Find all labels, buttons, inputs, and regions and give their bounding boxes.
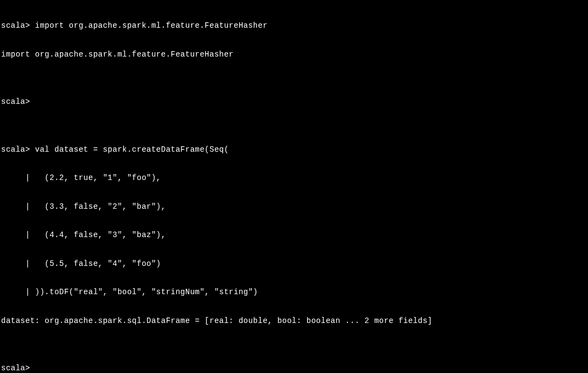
terminal-line: scala> val dataset = spark.createDataFra… <box>1 145 587 155</box>
terminal-line: scala> import org.apache.spark.ml.featur… <box>1 21 587 31</box>
terminal-line: import org.apache.spark.ml.feature.Featu… <box>1 50 587 60</box>
terminal-prompt-line: scala> <box>1 364 587 373</box>
terminal-line: | (4.4, false, "3", "baz"), <box>1 231 587 240</box>
terminal-line: | )).toDF("real", "bool", "stringNum", "… <box>1 288 587 297</box>
terminal-line: dataset: org.apache.spark.sql.DataFrame … <box>1 316 587 326</box>
terminal-line: | (2.2, true, "1", "foo"), <box>1 173 587 183</box>
terminal-output[interactable]: scala> import org.apache.spark.ml.featur… <box>0 0 588 373</box>
terminal-prompt-line: scala> <box>1 97 587 107</box>
terminal-line: | (5.5, false, "4", "foo") <box>1 259 587 269</box>
terminal-line: | (3.3, false, "2", "bar"), <box>1 202 587 212</box>
